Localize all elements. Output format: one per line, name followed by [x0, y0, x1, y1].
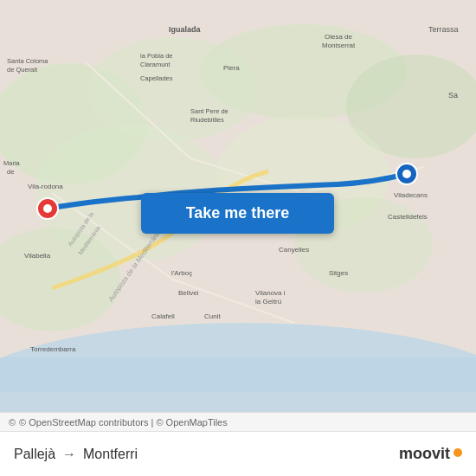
svg-text:Vilabella: Vilabella: [24, 252, 51, 260]
svg-text:Terrassa: Terrassa: [428, 25, 459, 34]
svg-point-18: [43, 204, 52, 213]
svg-text:Torredembarra: Torredembarra: [30, 345, 76, 353]
svg-text:Bellvei: Bellvei: [178, 289, 199, 297]
origin-label: Pallejà: [14, 447, 55, 462]
svg-text:de Queralt: de Queralt: [7, 66, 38, 74]
bottom-bar: Pallejà → Montferri moovit: [0, 431, 476, 476]
svg-text:Canyelles: Canyelles: [279, 246, 309, 254]
copyright-icon: ©: [9, 417, 16, 428]
svg-text:Santa Coloma: Santa Coloma: [7, 57, 48, 65]
svg-text:Vilanova i: Vilanova i: [255, 289, 286, 297]
take-me-there-button[interactable]: Take me there: [141, 193, 334, 234]
svg-text:Olesa de: Olesa de: [325, 33, 353, 41]
arrow-icon: →: [62, 447, 76, 462]
svg-rect-2: [0, 357, 476, 392]
attribution-bar: © © OpenStreetMap contributors | © OpenM…: [0, 412, 476, 431]
svg-text:Riudebitlles: Riudebitlles: [190, 116, 224, 124]
svg-text:Capellades: Capellades: [140, 74, 173, 82]
svg-text:l'Arboç: l'Arboç: [171, 269, 192, 277]
moovit-text: moovit: [399, 445, 450, 463]
moovit-dot: [453, 448, 462, 457]
map-container: Autopista de la Mediterrània Igualada Ol…: [0, 0, 476, 412]
svg-text:de: de: [7, 168, 14, 176]
moovit-logo: moovit: [399, 445, 462, 463]
svg-text:Claramunt: Claramunt: [140, 61, 171, 68]
svg-text:Igualada: Igualada: [169, 25, 202, 34]
svg-text:la Geltrú: la Geltrú: [255, 298, 281, 306]
destination-label: Montferri: [83, 447, 138, 462]
svg-text:Sant Pere de: Sant Pere de: [190, 107, 228, 115]
svg-text:Sitges: Sitges: [329, 269, 348, 277]
svg-text:Calafell: Calafell: [151, 312, 175, 320]
attribution-text: © OpenStreetMap contributors | © OpenMap…: [19, 417, 228, 428]
svg-point-20: [402, 170, 411, 178]
svg-text:Vila-rodona: Vila-rodona: [28, 183, 63, 190]
svg-text:Piera: Piera: [223, 64, 240, 72]
svg-text:la Pobla de: la Pobla de: [140, 52, 173, 60]
svg-text:Cunit: Cunit: [204, 312, 221, 320]
svg-text:Montserrat: Montserrat: [322, 42, 356, 49]
app: Autopista de la Mediterrània Igualada Ol…: [0, 0, 476, 476]
svg-text:Viladecans: Viladecans: [394, 191, 428, 199]
cta-label: Take me there: [186, 204, 290, 222]
route-info: Pallejà → Montferri: [14, 447, 138, 462]
svg-text:Sa: Sa: [448, 91, 458, 100]
svg-text:Castelldefels: Castelldefels: [388, 213, 428, 221]
svg-text:Maria: Maria: [3, 159, 21, 167]
